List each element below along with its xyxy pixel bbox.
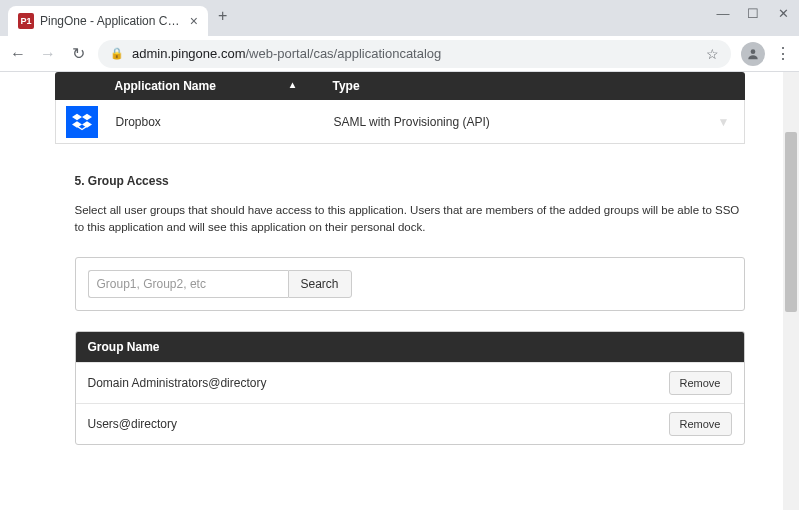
close-window-icon[interactable]: ✕ bbox=[775, 6, 791, 21]
app-row[interactable]: Dropbox SAML with Provisioning (API) ▼ bbox=[55, 100, 745, 144]
group-table: Group Name Domain Administrators@directo… bbox=[75, 331, 745, 445]
dropbox-icon bbox=[66, 106, 98, 138]
address-bar[interactable]: 🔒 admin.pingone.com/web-portal/cas/appli… bbox=[98, 40, 731, 68]
app-name: Dropbox bbox=[108, 115, 308, 129]
page-viewport: Application Name ▴ Type Dropbox SAML wit… bbox=[0, 72, 799, 510]
column-application-name[interactable]: Application Name ▴ bbox=[107, 79, 307, 93]
favicon: P1 bbox=[18, 13, 34, 29]
search-button[interactable]: Search bbox=[288, 270, 352, 298]
browser-tab-strip: P1 PingOne - Application Catalog × + — ☐… bbox=[0, 0, 799, 36]
table-row: Domain Administrators@directory Remove bbox=[76, 362, 744, 403]
section-title: 5. Group Access bbox=[75, 174, 745, 188]
profile-avatar[interactable] bbox=[741, 42, 765, 66]
group-name: Users@directory bbox=[88, 417, 669, 431]
browser-toolbar: ← → ↻ 🔒 admin.pingone.com/web-portal/cas… bbox=[0, 36, 799, 72]
back-button[interactable]: ← bbox=[8, 45, 28, 63]
scrollbar-track[interactable] bbox=[783, 72, 799, 510]
remove-button[interactable]: Remove bbox=[669, 412, 732, 436]
sort-caret-icon: ▴ bbox=[290, 79, 295, 90]
column-type[interactable]: Type bbox=[307, 79, 360, 93]
maximize-icon[interactable]: ☐ bbox=[745, 6, 761, 21]
scrollbar-thumb[interactable] bbox=[785, 132, 797, 312]
menu-icon[interactable]: ⋮ bbox=[775, 44, 791, 63]
app-type: SAML with Provisioning (API) bbox=[308, 115, 704, 129]
table-row: Users@directory Remove bbox=[76, 403, 744, 444]
bookmark-icon[interactable]: ☆ bbox=[706, 46, 719, 62]
remove-button[interactable]: Remove bbox=[669, 371, 732, 395]
group-name: Domain Administrators@directory bbox=[88, 376, 669, 390]
new-tab-button[interactable]: + bbox=[208, 7, 237, 25]
lock-icon: 🔒 bbox=[110, 47, 124, 60]
group-table-header: Group Name bbox=[76, 332, 744, 362]
group-search-input[interactable] bbox=[88, 270, 288, 298]
tab-title: PingOne - Application Catalog bbox=[40, 14, 184, 28]
browser-tab[interactable]: P1 PingOne - Application Catalog × bbox=[8, 6, 208, 36]
group-access-section: 5. Group Access Select all user groups t… bbox=[55, 144, 745, 510]
minimize-icon[interactable]: — bbox=[715, 6, 731, 21]
forward-button[interactable]: → bbox=[38, 45, 58, 63]
expand-row-icon[interactable]: ▼ bbox=[704, 115, 744, 129]
group-search-panel: Search bbox=[75, 257, 745, 311]
section-description: Select all user groups that should have … bbox=[75, 202, 745, 237]
close-tab-icon[interactable]: × bbox=[190, 13, 198, 29]
app-table-header: Application Name ▴ Type bbox=[55, 72, 745, 100]
url-text: admin.pingone.com/web-portal/cas/applica… bbox=[132, 46, 441, 61]
reload-button[interactable]: ↻ bbox=[68, 44, 88, 63]
svg-point-0 bbox=[751, 49, 756, 54]
